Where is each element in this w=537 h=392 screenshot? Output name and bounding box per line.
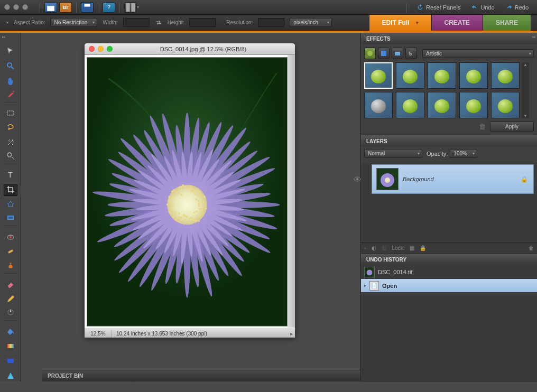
blend-mode-dropdown[interactable]: Normal bbox=[364, 149, 422, 158]
new-doc-button[interactable] bbox=[44, 2, 57, 13]
svg-rect-4 bbox=[126, 3, 130, 12]
marquee-tool[interactable] bbox=[4, 107, 17, 119]
shape-tool[interactable] bbox=[4, 369, 17, 381]
minimize-icon[interactable] bbox=[98, 46, 104, 52]
window-controls[interactable] bbox=[4, 4, 28, 10]
eraser-tool[interactable] bbox=[4, 278, 17, 291]
adjustment-layer-icon[interactable]: ◐ bbox=[372, 245, 376, 251]
resolution-input[interactable] bbox=[258, 18, 284, 27]
svg-point-172 bbox=[385, 178, 390, 183]
recompose-tool[interactable] bbox=[4, 213, 17, 226]
layer-list: Background 🔒 bbox=[361, 163, 537, 242]
effect-thumb[interactable] bbox=[396, 62, 424, 89]
link-layers-icon[interactable]: ⛓ bbox=[382, 245, 387, 251]
lasso-tool[interactable] bbox=[4, 122, 17, 134]
lock-pixels-icon[interactable]: ▦ bbox=[410, 245, 414, 251]
undo-step-row[interactable]: ▸ 📄 Open bbox=[361, 279, 537, 293]
undo-button[interactable]: Undo bbox=[467, 2, 498, 13]
undo-label: Undo bbox=[480, 4, 494, 11]
svg-text:T: T bbox=[8, 171, 13, 179]
save-button[interactable] bbox=[81, 2, 94, 13]
svg-point-140 bbox=[174, 195, 176, 197]
effect-thumb[interactable] bbox=[459, 62, 488, 89]
svg-point-174 bbox=[367, 269, 373, 275]
undo-source-row[interactable]: DSC_0014.tif bbox=[361, 265, 537, 279]
swap-icon[interactable] bbox=[155, 19, 162, 26]
effect-thumb[interactable] bbox=[491, 62, 520, 89]
bridge-button[interactable]: Br bbox=[59, 2, 72, 13]
svg-point-155 bbox=[194, 193, 196, 195]
reset-panels-label: Reset Panels bbox=[426, 4, 460, 11]
gradient-tool[interactable] bbox=[4, 340, 17, 352]
opacity-input[interactable]: 100% bbox=[450, 149, 477, 158]
clone-tool[interactable] bbox=[4, 260, 17, 274]
height-label: Height: bbox=[168, 20, 184, 25]
share-mode-tab[interactable]: SHARE bbox=[483, 15, 531, 31]
paint-bucket-tool[interactable] bbox=[4, 325, 17, 338]
cookie-cutter-tool[interactable] bbox=[4, 199, 17, 211]
document-canvas[interactable] bbox=[87, 57, 288, 326]
trash-icon[interactable]: 🗑 bbox=[479, 123, 486, 130]
svg-point-143 bbox=[178, 192, 180, 194]
photo-effects-tab-icon[interactable] bbox=[392, 48, 403, 59]
pencil-tool[interactable] bbox=[4, 293, 17, 305]
units-dropdown[interactable]: pixels/inch bbox=[290, 18, 332, 27]
lock-all-icon[interactable]: 🔒 bbox=[420, 245, 426, 251]
zoom-tool[interactable] bbox=[4, 60, 17, 72]
aspect-ratio-dropdown[interactable]: No Restriction bbox=[50, 18, 97, 27]
magic-wand-tool[interactable] bbox=[4, 136, 17, 148]
smart-brush-tool[interactable] bbox=[4, 307, 17, 321]
layer-row[interactable]: Background 🔒 bbox=[372, 164, 534, 194]
redeye-tool[interactable] bbox=[4, 231, 17, 243]
effects-category-dropdown[interactable]: Artistic bbox=[422, 49, 534, 58]
effect-thumb[interactable] bbox=[396, 92, 424, 118]
svg-point-117 bbox=[189, 218, 191, 220]
redo-icon bbox=[505, 4, 513, 11]
effect-thumb[interactable] bbox=[491, 92, 520, 118]
effect-thumb[interactable] bbox=[364, 62, 393, 89]
effect-thumb[interactable] bbox=[459, 92, 488, 118]
reset-panels-button[interactable]: Reset Panels bbox=[412, 2, 465, 13]
close-icon[interactable] bbox=[89, 46, 95, 52]
effects-header[interactable]: EFFECTS bbox=[361, 33, 537, 44]
layers-header[interactable]: LAYERS bbox=[361, 135, 537, 147]
effect-thumb[interactable] bbox=[364, 92, 393, 118]
filters-tab-icon[interactable] bbox=[364, 48, 376, 59]
document-titlebar[interactable]: DSC_0014.jpg @ 12.5% (RGB/8) bbox=[85, 43, 295, 55]
svg-rect-165 bbox=[381, 51, 386, 56]
project-bin[interactable]: PROJECT BIN bbox=[42, 370, 360, 381]
document-window[interactable]: DSC_0014.jpg @ 12.5% (RGB/8) bbox=[85, 43, 295, 337]
create-mode-tab[interactable]: CREATE bbox=[431, 15, 483, 31]
zoom-icon[interactable] bbox=[107, 46, 113, 52]
arrange-button[interactable] bbox=[124, 2, 137, 13]
quick-selection-tool[interactable] bbox=[4, 151, 17, 164]
crop-tool[interactable] bbox=[4, 184, 17, 196]
effects-scrollbar[interactable]: ▲▼ bbox=[522, 62, 529, 118]
effect-thumb[interactable] bbox=[428, 62, 456, 89]
layer-styles-tab-icon[interactable] bbox=[378, 48, 390, 59]
move-tool[interactable] bbox=[4, 45, 17, 58]
new-layer-icon[interactable]: ▫ bbox=[364, 245, 366, 251]
height-input[interactable] bbox=[189, 18, 216, 27]
brush-tool[interactable] bbox=[4, 355, 17, 367]
svg-point-127 bbox=[172, 216, 174, 218]
help-button[interactable]: ? bbox=[103, 2, 115, 13]
undo-history-header[interactable]: UNDO HISTORY bbox=[361, 254, 537, 265]
vertical-scrollbar[interactable] bbox=[288, 55, 295, 328]
effect-thumb[interactable] bbox=[428, 92, 456, 118]
type-tool[interactable]: T bbox=[4, 169, 17, 181]
hand-tool[interactable] bbox=[4, 74, 17, 87]
width-input[interactable] bbox=[123, 18, 150, 27]
zoom-level[interactable]: 12.5% bbox=[85, 330, 112, 338]
redo-button[interactable]: Redo bbox=[501, 2, 533, 13]
all-tab-icon[interactable]: fx bbox=[405, 48, 417, 59]
healing-tool[interactable] bbox=[4, 246, 17, 258]
svg-rect-16 bbox=[7, 344, 14, 348]
eyedropper-tool[interactable] bbox=[4, 89, 17, 102]
apply-button[interactable]: Apply bbox=[490, 122, 534, 132]
svg-point-169 bbox=[356, 178, 358, 180]
layer-visibility-toggle[interactable] bbox=[353, 164, 362, 194]
edit-mode-tab[interactable]: EDIT Full bbox=[369, 15, 431, 31]
svg-point-162 bbox=[201, 200, 203, 202]
delete-layer-icon[interactable]: 🗑 bbox=[529, 245, 534, 251]
